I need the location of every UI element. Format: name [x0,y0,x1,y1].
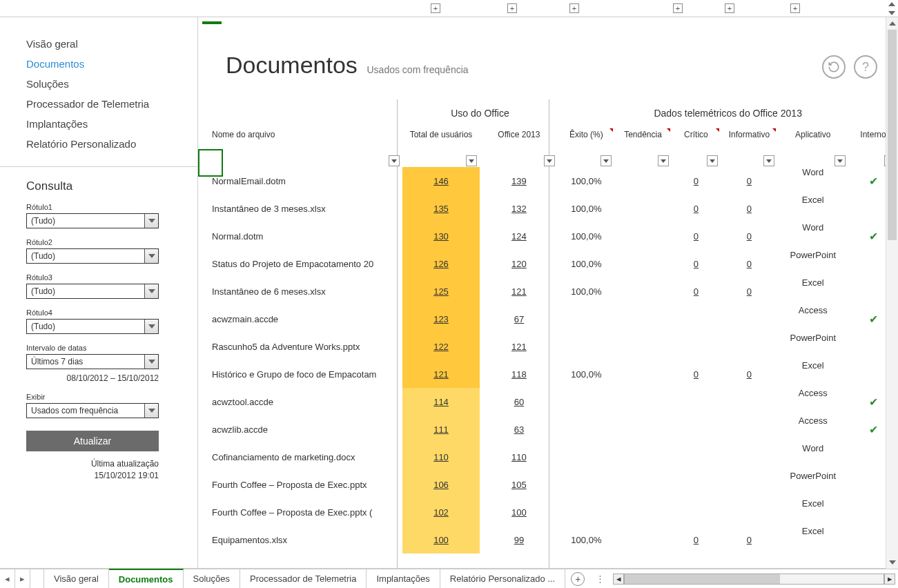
cell-critical[interactable]: 0 [672,360,721,388]
outline-expand-3[interactable]: + [569,3,579,13]
cell-name[interactable]: Status do Projeto de Empacotamento 20 [198,250,402,277]
filter-name[interactable] [389,155,400,166]
cell-name[interactable]: Equipamentos.xlsx [198,526,402,553]
cell-name[interactable]: Cofinanciamento de marketing.docx [198,443,402,471]
vertical-scrollbar[interactable] [886,17,898,569]
col-header-success[interactable]: Êxito (%) [558,127,614,155]
sidebar-item-solutions[interactable]: Soluções [26,74,197,94]
cell-info[interactable]: 0 [721,222,777,250]
sidebar-item-report[interactable]: Relatório Personalizado [26,134,197,154]
cell-info[interactable] [721,471,777,498]
combo-show[interactable]: Usados com frequência [26,403,159,418]
tab-nav-next[interactable]: ▸ [15,569,30,588]
cell-name[interactable]: Instantâneo de 6 meses.xlsx [198,277,402,305]
outline-expand-5[interactable]: + [725,3,734,13]
combo-rotulo3[interactable]: (Tudo) [26,284,159,299]
col-header-info[interactable]: Informativo [721,127,777,155]
cell-total[interactable]: 100 [402,526,480,553]
cell-office[interactable]: 60 [480,388,558,415]
cell-name[interactable]: NormalEmail.dotm [198,167,402,195]
cell-office[interactable]: 99 [480,526,558,553]
tab-deploy[interactable]: Implantações [367,569,440,588]
outline-expand-2[interactable]: + [507,3,517,13]
combo-date-range[interactable]: Últimos 7 dias [26,354,159,369]
cell-critical[interactable]: 0 [672,195,721,222]
tab-solutions[interactable]: Soluções [184,569,240,588]
cell-office[interactable]: 67 [480,305,558,333]
combo-rotulo4[interactable]: (Tudo) [26,319,159,334]
refresh-icon[interactable] [822,55,846,79]
cell-name[interactable]: Histórico e Grupo de foco de Empacotam [198,360,402,388]
sidebar-item-telemetry[interactable]: Processador de Telemetria [26,94,197,114]
cell-office[interactable]: 139 [480,167,558,195]
col-header-trend[interactable]: Tendência [614,127,671,155]
tab-documents[interactable]: Documentos [109,569,184,588]
cell-critical[interactable] [672,305,721,333]
cell-critical[interactable] [672,443,721,471]
cell-total[interactable]: 130 [402,222,480,250]
filter-info[interactable] [763,155,774,166]
cell-total[interactable]: 110 [402,443,480,471]
cell-info[interactable]: 0 [721,250,777,277]
cell-info[interactable] [721,388,777,415]
cell-info[interactable] [721,498,777,526]
cell-critical[interactable]: 0 [672,167,721,195]
sidebar-item-documents[interactable]: Documentos [26,54,197,74]
cell-info[interactable]: 0 [721,195,777,222]
cell-office[interactable]: 124 [480,222,558,250]
outline-expand-1[interactable]: + [431,3,440,13]
help-icon[interactable]: ? [854,55,877,79]
cell-critical[interactable] [672,471,721,498]
sidebar-item-deploy[interactable]: Implantações [26,114,197,134]
hscroll-left[interactable]: ◂ [613,574,624,585]
tab-overflow-icon[interactable]: ⋮ [590,569,610,588]
cell-name[interactable]: Rascunho5 da Adventure Works.pptx [198,333,402,360]
cell-office[interactable]: 121 [480,333,558,360]
cell-total[interactable]: 146 [402,167,480,195]
col-header-total[interactable]: Total de usuários [402,127,480,155]
cell-name[interactable]: Instantâneo de 3 meses.xlsx [198,195,402,222]
filter-app[interactable] [834,155,846,166]
new-sheet-button[interactable]: + [571,572,585,586]
cell-office[interactable]: 63 [480,415,558,443]
cell-info[interactable]: 0 [721,167,777,195]
outline-level-up[interactable] [886,0,898,9]
cell-critical[interactable] [672,333,721,360]
cell-critical[interactable] [672,388,721,415]
cell-info[interactable]: 0 [721,360,777,388]
cell-total[interactable]: 106 [402,471,480,498]
cell-info[interactable] [721,415,777,443]
cell-total[interactable]: 125 [402,277,480,305]
scroll-down-button[interactable] [886,556,898,569]
cell-office[interactable]: 132 [480,195,558,222]
scroll-up-button[interactable] [886,17,898,30]
hscroll-right[interactable]: ▸ [884,574,895,585]
cell-office[interactable]: 118 [480,360,558,388]
cell-total[interactable]: 121 [402,360,480,388]
outline-level-down[interactable] [886,9,898,18]
col-header-office[interactable]: Office 2013 [480,127,558,155]
cell-info[interactable] [721,443,777,471]
tab-nav-prev[interactable]: ◂ [0,569,15,588]
cell-name[interactable]: acwzmain.accde [198,305,402,333]
cell-name[interactable]: Fourth Coffee – Proposta de Exec.pptx [198,471,402,498]
cell-critical[interactable]: 0 [672,277,721,305]
tab-overview[interactable]: Visão geral [44,569,109,588]
cell-info[interactable] [721,305,777,333]
sidebar-item-overview[interactable]: Visão geral [26,34,197,54]
col-header-name[interactable]: Nome do arquivo [198,127,402,155]
cell-office[interactable]: 110 [480,443,558,471]
combo-rotulo1[interactable]: (Tudo) [26,213,159,228]
cell-total[interactable]: 135 [402,195,480,222]
cell-info[interactable]: 0 [721,277,777,305]
cell-critical[interactable] [672,415,721,443]
cell-name[interactable]: acwzlib.accde [198,415,402,443]
outline-expand-6[interactable]: + [790,3,800,13]
cell-critical[interactable]: 0 [672,526,721,553]
filter-success[interactable] [601,155,612,166]
combo-rotulo2[interactable]: (Tudo) [26,248,159,264]
cell-total[interactable]: 102 [402,498,480,526]
cell-total[interactable]: 126 [402,250,480,277]
cell-info[interactable] [721,333,777,360]
filter-total[interactable] [466,155,477,166]
